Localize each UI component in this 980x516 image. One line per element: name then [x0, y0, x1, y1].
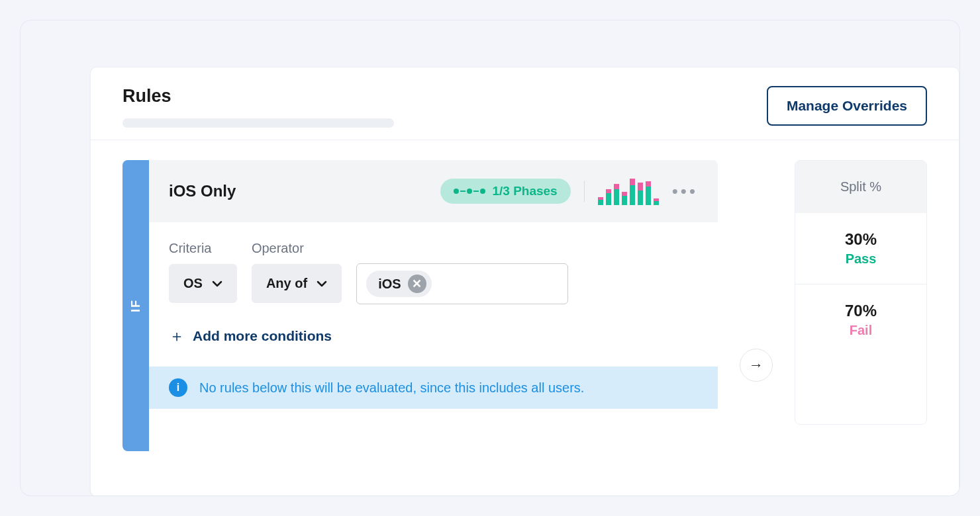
rule-header: iOS Only 1/3 Phases •••: [149, 160, 718, 222]
split-fail-pct: 70%: [795, 302, 926, 320]
rule-body: iOS Only 1/3 Phases •••: [149, 160, 718, 451]
phases-progress-icon: [454, 189, 485, 194]
phases-pill[interactable]: 1/3 Phases: [440, 179, 570, 204]
divider: [584, 181, 585, 202]
operator-value: Any of: [266, 276, 307, 291]
card-header: Rules Manage Overrides: [91, 67, 959, 140]
operator-label: Operator: [252, 241, 342, 256]
arrow-right-icon: →: [740, 349, 773, 382]
more-menu-icon[interactable]: •••: [672, 181, 698, 202]
criteria-label: Criteria: [169, 241, 237, 256]
split-panel: Split % 30% Pass 70% Fail: [795, 160, 927, 425]
if-rail: IF: [122, 160, 149, 451]
arrow-rail: →: [730, 160, 783, 451]
split-pass-row: 30% Pass: [795, 213, 926, 284]
chevron-down-icon: [212, 279, 222, 289]
criteria-select[interactable]: OS: [169, 264, 237, 303]
split-pass-label: Pass: [795, 251, 926, 267]
chip-remove-icon[interactable]: ✕: [408, 275, 426, 293]
value-chip: iOS ✕: [366, 271, 431, 297]
add-conditions-label: Add more conditions: [193, 328, 332, 344]
split-header: Split %: [795, 161, 926, 213]
operator-field: Operator Any of: [252, 241, 342, 303]
split-fail-label: Fail: [795, 323, 926, 338]
rules-card: Rules Manage Overrides IF iOS Only: [90, 67, 959, 496]
add-conditions-button[interactable]: ＋ Add more conditions: [149, 316, 718, 366]
phases-label: 1/3 Phases: [492, 184, 557, 198]
rule-area: IF iOS Only 1/3 Phases •••: [91, 140, 959, 451]
plus-icon: ＋: [169, 325, 185, 347]
chevron-down-icon: [317, 279, 327, 289]
value-tag-input[interactable]: iOS ✕: [356, 263, 568, 304]
header-left: Rules: [122, 86, 767, 128]
manage-overrides-button[interactable]: Manage Overrides: [767, 86, 927, 126]
info-icon: i: [169, 378, 187, 397]
criteria-value: OS: [183, 276, 203, 291]
chip-label: iOS: [378, 277, 401, 292]
info-banner: i No rules below this will be evaluated,…: [149, 366, 718, 409]
subtitle-placeholder: [122, 118, 394, 128]
page-title: Rules: [122, 86, 767, 107]
rule-name: iOS Only: [169, 182, 236, 200]
sparkline-chart: [598, 177, 659, 205]
operator-select[interactable]: Any of: [252, 264, 342, 303]
rule-block: IF iOS Only 1/3 Phases •••: [122, 160, 718, 451]
info-text: No rules below this will be evaluated, s…: [199, 380, 584, 396]
split-pass-pct: 30%: [795, 230, 926, 249]
conditions-row: Criteria OS Operator Any of: [149, 222, 718, 316]
app-frame: Rules Manage Overrides IF iOS Only: [20, 20, 960, 496]
split-fail-row: 70% Fail: [795, 284, 926, 355]
criteria-field: Criteria OS: [169, 241, 237, 303]
